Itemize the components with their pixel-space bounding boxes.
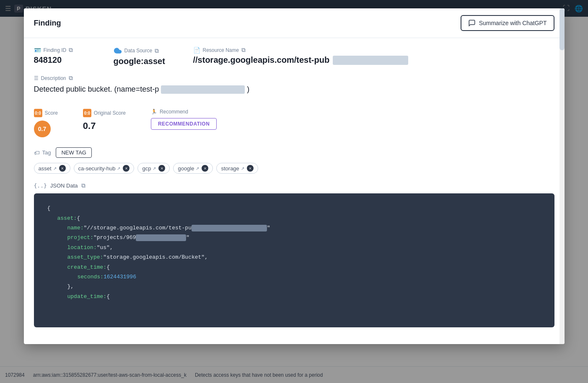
resource-name-value: //storage.googleapis.com/test-pub [193, 55, 554, 65]
data-source-label: Data Source ⧉ [114, 46, 176, 55]
json-label: {..} JSON Data ⧉ [34, 182, 554, 189]
tag-chip-asset: asset ↗ × [34, 163, 70, 174]
modal-title: Finding [34, 19, 61, 28]
data-source-text: google:asset [114, 57, 165, 66]
tag-name-storage: storage [221, 165, 239, 172]
finding-id-label: 🪪 Finding ID ⧉ [34, 46, 97, 54]
json-line-2: asset:{ [57, 213, 541, 223]
resource-name-label: 📄 Resource Name ⧉ [193, 46, 554, 54]
tag-section: 🏷 Tag NEW TAG asset ↗ × ca-security-hub [34, 147, 554, 174]
score-label: 0:0 Score [34, 109, 58, 117]
json-line-9: }, [67, 282, 541, 291]
json-icon: {..} [34, 183, 47, 189]
tag-link-gcp[interactable]: ↗ [153, 166, 156, 171]
score-icon: 0:0 [34, 109, 42, 117]
description-close-paren: ) [247, 85, 249, 93]
finding-modal: Finding Summarize with ChatGPT 🪪 Finding… [24, 8, 565, 344]
data-source-value: google:asset [114, 57, 176, 66]
tag-remove-gcp[interactable]: × [158, 165, 165, 172]
description-value: Detected public bucket. (name=test-p ) [34, 85, 554, 94]
tag-link-google[interactable]: ↗ [196, 166, 199, 171]
json-name-redacted [192, 225, 267, 231]
description-text: Detected public bucket. (name=test-p [34, 85, 159, 93]
tag-link-storage[interactable]: ↗ [241, 166, 244, 171]
json-line-4: project:"projects/969" [67, 233, 541, 242]
json-line-5: location:"us", [67, 243, 541, 252]
description-icon: ☰ [34, 75, 39, 81]
modal-header: Finding Summarize with ChatGPT [24, 8, 565, 38]
finding-id-value: 848120 [34, 55, 97, 65]
tag-chip-google: google ↗ × [173, 163, 213, 174]
json-block: { asset:{ name:"//storage.googleapis.com… [34, 193, 554, 327]
scroll-track[interactable] [560, 8, 565, 344]
tags-list: asset ↗ × ca-security-hub ↗ × gcp ↗ × [34, 163, 554, 174]
tag-chip-gcp: gcp ↗ × [137, 163, 170, 174]
json-line-10: update_time:{ [67, 292, 541, 301]
copy-json-icon[interactable]: ⧉ [81, 182, 85, 189]
copy-description-icon[interactable]: ⧉ [69, 75, 73, 82]
tag-remove-ca[interactable]: × [123, 165, 130, 172]
tag-name-asset: asset [39, 165, 52, 172]
finding-id-field: 🪪 Finding ID ⧉ 848120 [34, 46, 97, 66]
json-line-3: name:"//storage.googleapis.com/test-pu" [67, 223, 541, 233]
tag-remove-google[interactable]: × [202, 165, 208, 172]
resource-name-redacted [333, 56, 408, 65]
description-label: ☰ Description ⧉ [34, 75, 554, 82]
json-line-1: { [47, 203, 541, 213]
copy-data-source-icon[interactable]: ⧉ [155, 47, 159, 54]
tag-row: 🏷 Tag NEW TAG [34, 147, 554, 158]
tag-link-asset[interactable]: ↗ [53, 166, 57, 171]
resource-icon: 📄 [193, 47, 200, 54]
tag-remove-storage[interactable]: × [247, 165, 254, 172]
recommendation-button[interactable]: RECOMMENDATION [151, 118, 217, 130]
score-field: 0:0 Score 0.7 [34, 109, 58, 137]
copy-resource-icon[interactable]: ⧉ [241, 46, 246, 54]
tag-name-ca: ca-security-hub [78, 165, 116, 172]
original-score-field: 0:0 Original Score 0.7 [83, 109, 126, 131]
json-line-6: asset_type:"storage.googleapis.com/Bucke… [67, 252, 541, 262]
resource-name-text: //storage.googleapis.com/test-pub [193, 55, 330, 65]
runner-icon: 🏃 [151, 109, 157, 115]
original-score-value: 0.7 [83, 121, 126, 131]
json-line-7: create_time:{ [67, 262, 541, 272]
tag-label: 🏷 Tag [34, 149, 51, 156]
id-icon: 🪪 [34, 47, 41, 54]
tag-icon: 🏷 [34, 149, 40, 156]
chat-icon [468, 19, 476, 27]
recommend-label: 🏃 Recommend [151, 109, 217, 115]
tag-remove-asset[interactable]: × [59, 165, 66, 172]
summarize-button[interactable]: Summarize with ChatGPT [461, 15, 554, 31]
modal-content[interactable]: 🪪 Finding ID ⧉ 848120 Data Source [24, 38, 565, 344]
json-section: {..} JSON Data ⧉ { asset:{ name:"//stora… [34, 182, 554, 327]
new-tag-button[interactable]: NEW TAG [56, 147, 91, 158]
cloud-icon [114, 46, 122, 55]
original-score-label: 0:0 Original Score [83, 109, 126, 117]
score-row: 0:0 Score 0.7 0:0 Original Score 0.7 [34, 109, 554, 137]
tag-chip-storage: storage ↗ × [216, 163, 258, 174]
description-section: ☰ Description ⧉ Detected public bucket. … [34, 75, 554, 100]
tag-chip-ca-security-hub: ca-security-hub ↗ × [74, 163, 135, 174]
json-line-8: seconds:1624431996 [78, 272, 541, 282]
original-score-icon: 0:0 [83, 109, 91, 117]
copy-finding-id-icon[interactable]: ⧉ [69, 46, 73, 54]
score-badge: 0.7 [34, 121, 51, 137]
metadata-row: 🪪 Finding ID ⧉ 848120 Data Source [34, 46, 554, 66]
tag-link-ca[interactable]: ↗ [117, 166, 120, 171]
finding-id-number: 848120 [34, 55, 62, 65]
score-value: 0.7 [38, 126, 46, 132]
scroll-thumb[interactable] [560, 8, 565, 50]
recommend-field: 🏃 Recommend RECOMMENDATION [151, 109, 217, 130]
tag-name-google: google [178, 165, 194, 172]
json-project-redacted [136, 234, 186, 241]
tag-name-gcp: gcp [142, 165, 151, 172]
summarize-label: Summarize with ChatGPT [479, 20, 547, 26]
modal-overlay: Finding Summarize with ChatGPT 🪪 Finding… [0, 0, 588, 383]
data-source-field: Data Source ⧉ google:asset [114, 46, 176, 66]
description-redacted [161, 85, 245, 94]
resource-name-field: 📄 Resource Name ⧉ //storage.googleapis.c… [193, 46, 554, 66]
